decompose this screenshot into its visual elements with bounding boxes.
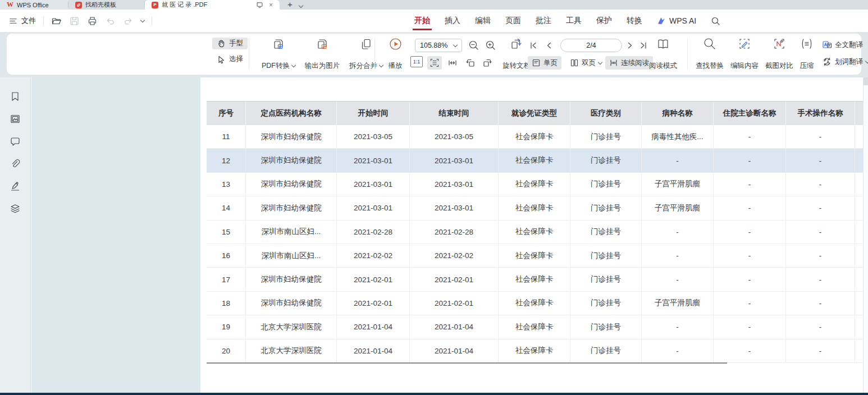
vertical-scrollbar[interactable] [863, 77, 868, 393]
table-row[interactable]: 15深圳市南山区妇...2021-02-282021-02-28社会保障卡门诊挂… [207, 221, 863, 244]
menu-tab-convert[interactable]: 转换 [627, 10, 642, 32]
scrollbar-thumb[interactable] [864, 77, 868, 85]
search-icon[interactable] [711, 16, 720, 26]
table-cell: 2021-01-04 [410, 315, 499, 339]
menu-tab-comment[interactable]: 批注 [536, 10, 551, 32]
full-translate-button[interactable]: 全文翻译 [822, 40, 863, 50]
quick-tools-chevron-icon[interactable] [140, 17, 145, 22]
thumbnails-icon[interactable] [10, 113, 21, 125]
layers-icon[interactable] [10, 203, 21, 214]
tab-document-pdf[interactable]: P 就 医 记 录 .PDF × [145, 0, 280, 10]
table-cell: 2021-01-04 [410, 339, 499, 363]
close-icon[interactable]: × [269, 2, 273, 8]
continuous-read-button[interactable]: 连续阅读 [605, 56, 653, 70]
comment-icon[interactable] [10, 136, 21, 147]
signature-icon[interactable] [10, 181, 21, 192]
actual-size-button[interactable]: 1:1 [410, 56, 423, 67]
fit-width-icon [447, 58, 458, 68]
file-menu-button[interactable]: 文件 [9, 16, 36, 26]
document-page[interactable]: 序号定点医药机构名称开始时间结束时间就诊凭证类型医疗类别病种名称住院主诊断名称手… [200, 77, 863, 393]
word-translate-icon [822, 57, 832, 67]
fit-width-button[interactable] [445, 56, 460, 70]
edit-content-label: 编辑内容 [730, 61, 759, 71]
menu-tab-protect[interactable]: 保护 [596, 10, 612, 32]
play-button[interactable]: 播放 [382, 37, 409, 71]
table-cell: 2021-02-02 [337, 244, 410, 268]
first-page-icon[interactable] [529, 41, 538, 50]
table-row[interactable]: 20北京大学深圳医院2021-01-042021-01-04社会保障卡门诊挂号-… [207, 339, 863, 363]
table-row[interactable]: 11深圳市妇幼保健院2021-03-052021-03-05社会保障卡门诊挂号病… [207, 125, 863, 149]
menu-tab-insert[interactable]: 插入 [445, 10, 460, 32]
select-tool-label: 选择 [229, 54, 243, 64]
rotate-left-button[interactable] [463, 56, 478, 70]
double-page-button[interactable]: 双页 [566, 56, 606, 70]
table-cell: 门诊挂号 [570, 339, 642, 363]
table-cell: - [642, 221, 714, 244]
table-cell: - [714, 315, 786, 339]
menu-tab-page[interactable]: 页面 [505, 10, 521, 32]
table-cell: - [714, 125, 786, 149]
tab-docer-templates[interactable]: 找稻壳模板 [68, 0, 145, 10]
navigation-panel[interactable] [31, 77, 200, 393]
attachment-icon[interactable] [10, 158, 21, 169]
table-row[interactable]: 12深圳市妇幼保健院2021-03-012021-03-01社会保障卡门诊挂号-… [207, 149, 863, 172]
table-row[interactable]: 14深圳市妇幼保健院2021-03-012021-03-01社会保障卡门诊挂号子… [207, 196, 863, 220]
read-mode-button[interactable]: 阅读模式 [647, 37, 679, 71]
page-number-input[interactable]: 2/4 [560, 39, 622, 52]
select-tool-button[interactable]: 选择 [212, 53, 248, 65]
save-icon[interactable] [69, 16, 80, 26]
tab-wps-office[interactable]: W WPS Office [0, 0, 68, 10]
menu-tab-home[interactable]: 开始 [414, 10, 430, 32]
export-image-button[interactable]: 输出为图片 [300, 37, 344, 71]
hand-tool-button[interactable]: 手型 [212, 38, 248, 49]
screenshot-compare-button[interactable]: 截图对比 [762, 37, 796, 71]
table-cell [855, 125, 863, 149]
table-cell: 2021-01-04 [337, 339, 410, 363]
table-cell: 深圳市妇幼保健院 [246, 196, 337, 220]
next-page-icon[interactable] [625, 41, 634, 50]
monitor-icon[interactable] [256, 1, 263, 8]
new-tab-button[interactable]: + [287, 0, 293, 10]
table-cell: - [714, 244, 786, 268]
single-page-button[interactable]: 单页 [528, 56, 561, 70]
undo-icon[interactable] [105, 16, 116, 26]
print-icon[interactable] [87, 16, 98, 26]
divider [43, 16, 44, 25]
table-row[interactable]: 13深圳市妇幼保健院2021-03-012021-03-01社会保障卡门诊挂号子… [207, 173, 863, 196]
zoom-level-select[interactable]: 105.88% [415, 39, 462, 52]
table-row[interactable]: 19北京大学深圳医院2021-01-042021-01-04社会保障卡门诊挂号-… [207, 315, 863, 339]
column-header: 病种名称 [642, 102, 714, 125]
table-row[interactable]: 18深圳市妇幼保健院2021-02-012021-02-01社会保障卡门诊挂号子… [207, 292, 863, 315]
rotate-right-button[interactable] [480, 56, 495, 70]
table-cell: 17 [207, 268, 246, 291]
hand-icon [217, 39, 226, 48]
compress-button[interactable]: 压缩 [794, 37, 820, 71]
zoom-out-icon[interactable] [468, 40, 479, 51]
window-tab-bar: W WPS Office 找稻壳模板 P 就 医 记 录 .PDF × + [0, 0, 868, 10]
table-cell: 北京大学深圳医院 [246, 315, 337, 339]
previous-page-icon[interactable] [545, 41, 554, 50]
table-row[interactable]: 16深圳市南山区妇...2021-02-022021-02-02社会保障卡门诊挂… [207, 244, 863, 268]
tab-list-chevron-icon[interactable] [299, 3, 303, 7]
bookmark-icon[interactable] [10, 91, 21, 102]
pdf-convert-button[interactable]: PDF转换 [255, 37, 301, 71]
menu-tab-tools[interactable]: 工具 [566, 10, 582, 32]
fit-page-button[interactable] [427, 56, 442, 70]
table-bottom-border [207, 362, 727, 364]
chevron-down-icon [598, 59, 602, 64]
zoom-in-icon[interactable] [485, 40, 496, 51]
rotate-document-label: 旋转文档 [502, 61, 531, 71]
column-header: 结束时间 [410, 102, 499, 125]
menu-tab-edit[interactable]: 编辑 [475, 10, 491, 32]
table-cell: 2021-03-01 [337, 173, 410, 196]
open-folder-icon[interactable] [51, 16, 62, 26]
edit-content-button[interactable]: 编辑内容 [728, 37, 761, 71]
word-translate-button[interactable]: 划词翻译 [822, 57, 868, 67]
table-row[interactable]: 17深圳市妇幼保健院2021-02-012021-02-01社会保障卡门诊挂号-… [207, 268, 863, 291]
find-replace-button[interactable]: 查找替换 [693, 37, 727, 71]
table-cell: 深圳市南山区妇... [246, 244, 337, 268]
table-cell: 深圳市南山区妇... [246, 221, 337, 244]
menu-tab-wps-ai[interactable]: WPS AI [657, 10, 696, 32]
column-header: 序号 [207, 102, 246, 125]
redo-icon[interactable] [123, 16, 134, 26]
